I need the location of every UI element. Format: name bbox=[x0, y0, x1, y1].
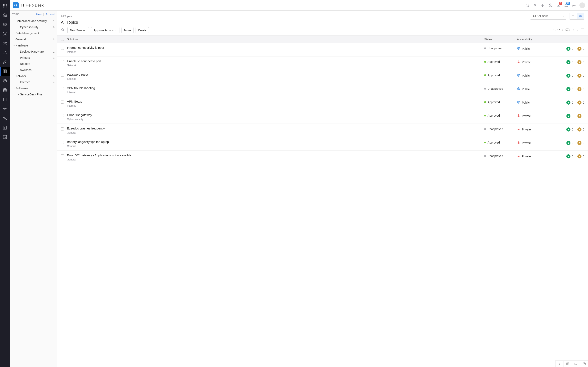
row-status: Approved bbox=[484, 60, 517, 63]
filter-select[interactable]: All Solutions bbox=[530, 13, 566, 20]
table-row[interactable]: Password resetSettingsApprovedPublic00 bbox=[57, 70, 588, 83]
tree-item-count: 1 bbox=[53, 56, 54, 59]
row-category: Network bbox=[67, 64, 484, 67]
bug-icon[interactable] bbox=[0, 29, 10, 38]
tools-icon[interactable] bbox=[0, 48, 10, 57]
rocket-icon[interactable] bbox=[0, 58, 10, 67]
notifications-icon[interactable]: 19 bbox=[564, 3, 568, 8]
tree-item[interactable]: Data Management bbox=[10, 30, 57, 36]
compose-icon[interactable] bbox=[563, 361, 572, 367]
approvals-icon[interactable]: 3 bbox=[556, 3, 561, 8]
svg-rect-27 bbox=[518, 129, 519, 130]
column-accessibility[interactable]: Accessibility bbox=[517, 38, 560, 41]
lock-icon bbox=[517, 154, 520, 158]
tree-item[interactable]: Internet4 bbox=[10, 79, 57, 85]
table-row[interactable]: Error 502 gateway - Applications not acc… bbox=[57, 151, 588, 164]
like-icon bbox=[566, 127, 571, 132]
row-checkbox[interactable] bbox=[61, 47, 64, 50]
tree-item[interactable]: Cyber security8 bbox=[10, 24, 57, 30]
row-category: Settings bbox=[67, 77, 484, 80]
tree-item[interactable]: Routers bbox=[10, 61, 57, 67]
select-all-checkbox[interactable] bbox=[61, 38, 64, 41]
handshake-icon[interactable] bbox=[0, 104, 10, 113]
row-access: Private bbox=[517, 60, 560, 64]
table-row[interactable]: VPN troubleshootingInternetUnapprovedPub… bbox=[57, 83, 588, 97]
table-row[interactable]: Internet connectivity is poorInternetUna… bbox=[57, 43, 588, 57]
chart-icon[interactable] bbox=[0, 133, 10, 142]
bolt-icon[interactable] bbox=[541, 3, 545, 8]
tree-item[interactable]: Compliance and security1 bbox=[10, 18, 57, 24]
invoice-icon[interactable] bbox=[0, 95, 10, 104]
svg-rect-18 bbox=[579, 16, 580, 17]
breadcrumb[interactable]: All Topics bbox=[61, 15, 72, 18]
pager-prev-icon[interactable] bbox=[572, 29, 575, 32]
tree-chevron-icon bbox=[13, 87, 16, 89]
row-checkbox[interactable] bbox=[61, 127, 64, 131]
sidebar-new-link[interactable]: New bbox=[36, 13, 42, 16]
tree-item[interactable]: Switches bbox=[10, 67, 57, 73]
tree-item[interactable]: General3 bbox=[10, 36, 57, 42]
row-likes: 0 bbox=[566, 74, 573, 78]
shuffle-icon[interactable] bbox=[0, 39, 10, 48]
tree-item[interactable]: Network3 bbox=[10, 73, 57, 79]
tree-item[interactable]: Printers1 bbox=[10, 55, 57, 61]
zia-icon[interactable]: Z bbox=[555, 361, 563, 367]
row-checkbox[interactable] bbox=[61, 87, 64, 90]
tree-item-label: Compliance and security bbox=[16, 19, 53, 23]
tree-item[interactable]: Hardware bbox=[10, 42, 57, 49]
database-icon[interactable] bbox=[0, 86, 10, 95]
apps-icon[interactable] bbox=[0, 1, 10, 10]
column-config-icon[interactable] bbox=[581, 28, 584, 33]
notifications-badge: 19 bbox=[566, 2, 570, 5]
search-icon[interactable] bbox=[525, 3, 530, 8]
tree-item[interactable]: Softwares bbox=[10, 85, 57, 91]
view-detail-button[interactable] bbox=[577, 13, 584, 19]
history-icon[interactable] bbox=[548, 3, 553, 8]
tree-item-label: Routers bbox=[20, 62, 54, 66]
row-checkbox[interactable] bbox=[61, 141, 64, 144]
move-button[interactable]: Move bbox=[121, 27, 134, 33]
table-row[interactable]: Unable to connect to portNetworkApproved… bbox=[57, 57, 588, 70]
layout-icon[interactable] bbox=[0, 123, 10, 132]
box-icon[interactable] bbox=[0, 76, 10, 85]
table-search-icon[interactable] bbox=[61, 28, 65, 33]
book-icon[interactable] bbox=[0, 67, 10, 76]
pager-next-icon[interactable] bbox=[576, 29, 579, 32]
delete-button[interactable]: Delete bbox=[136, 27, 149, 33]
ticket-icon[interactable] bbox=[0, 20, 10, 29]
comment-icon bbox=[577, 60, 581, 64]
help-icon[interactable] bbox=[580, 361, 588, 367]
table-row[interactable]: VPN SetupInternetApprovedPublic00 bbox=[57, 97, 588, 110]
tree-item-count: 4 bbox=[53, 81, 54, 84]
row-status: Unapproved bbox=[484, 87, 517, 90]
table-row[interactable]: Ezeedoc crashes frequentlyGeneralUnappro… bbox=[57, 124, 588, 137]
wrench-icon[interactable] bbox=[0, 114, 10, 123]
row-comments: 0 bbox=[577, 141, 584, 145]
tree-item[interactable]: Desktop Hardware1 bbox=[10, 49, 57, 55]
row-title: Password reset bbox=[67, 73, 484, 76]
sidebar-expand-link[interactable]: Expand bbox=[45, 13, 54, 16]
table-row[interactable]: Battery longevity tips for laptopGeneral… bbox=[57, 137, 588, 151]
view-list-button[interactable] bbox=[570, 13, 577, 19]
settings-icon[interactable] bbox=[572, 3, 576, 8]
approve-actions-button[interactable]: Approve Actions bbox=[91, 27, 120, 33]
pager-total-icon[interactable]: ••• bbox=[565, 28, 570, 32]
row-checkbox[interactable] bbox=[61, 154, 64, 157]
table-row[interactable]: Error 502 gatewayCyber securityApprovedP… bbox=[57, 110, 588, 124]
chat-icon[interactable] bbox=[572, 361, 580, 367]
pin-icon[interactable] bbox=[533, 3, 537, 8]
user-avatar[interactable] bbox=[579, 2, 585, 8]
new-solution-button[interactable]: New Solution bbox=[67, 27, 89, 33]
row-status: Unapproved bbox=[484, 154, 517, 158]
column-solutions[interactable]: Solutions bbox=[67, 38, 484, 41]
row-checkbox[interactable] bbox=[61, 100, 64, 104]
row-likes: 0 bbox=[566, 127, 573, 132]
row-checkbox[interactable] bbox=[61, 114, 64, 117]
column-status[interactable]: Status bbox=[484, 38, 517, 41]
home-icon[interactable] bbox=[0, 11, 10, 20]
row-status: Approved bbox=[484, 114, 517, 117]
row-checkbox[interactable] bbox=[61, 60, 64, 63]
status-dot bbox=[484, 48, 486, 49]
tree-item[interactable]: ServiceDesk Plus bbox=[10, 91, 57, 98]
row-checkbox[interactable] bbox=[61, 74, 64, 77]
